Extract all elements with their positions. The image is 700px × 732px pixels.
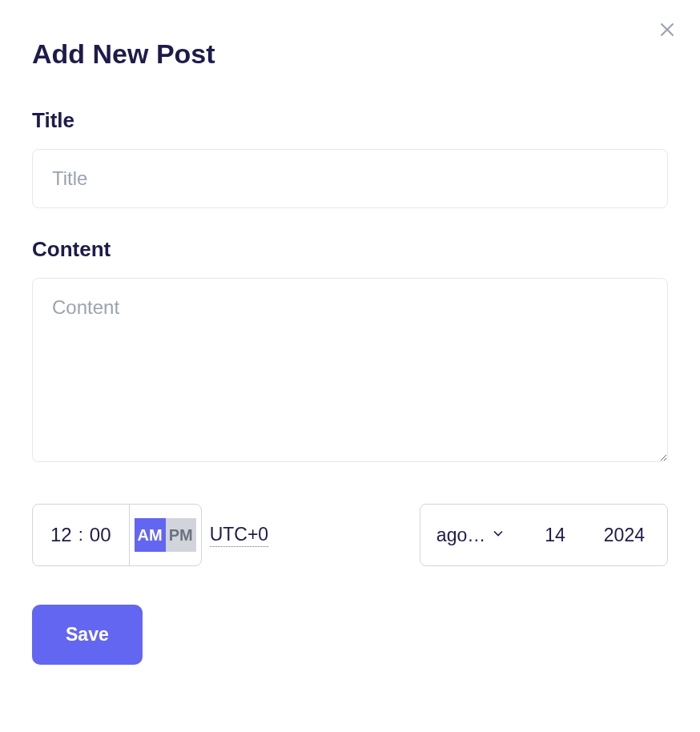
time-hour: 12 — [44, 524, 78, 546]
save-button[interactable]: Save — [32, 605, 143, 665]
ampm-toggle: AM PM — [130, 505, 201, 565]
timezone-label[interactable]: UTC+0 — [210, 524, 269, 547]
am-button[interactable]: AM — [135, 518, 166, 552]
day-input[interactable]: 14 — [545, 525, 565, 546]
modal-title: Add New Post — [32, 38, 668, 70]
title-field-group: Title — [32, 108, 668, 208]
pm-button[interactable]: PM — [166, 518, 196, 552]
time-ampm-box: 12 : 00 AM PM — [32, 504, 202, 566]
time-group: 12 : 00 AM PM UTC+0 — [32, 504, 268, 566]
title-label: Title — [32, 108, 668, 133]
month-select[interactable]: ago… — [436, 525, 506, 546]
time-box[interactable]: 12 : 00 — [33, 505, 130, 565]
content-field-group: Content — [32, 237, 668, 465]
close-icon — [657, 30, 678, 42]
content-label: Content — [32, 237, 668, 262]
month-text: ago… — [436, 525, 485, 546]
content-input[interactable] — [32, 278, 668, 462]
time-minute: 00 — [83, 524, 118, 546]
chevron-down-icon — [490, 525, 506, 545]
datetime-row: 12 : 00 AM PM UTC+0 ago… 14 2024 — [32, 504, 668, 566]
close-button[interactable] — [654, 16, 681, 46]
title-input[interactable] — [32, 149, 668, 208]
year-input[interactable]: 2024 — [604, 525, 645, 546]
date-group: ago… 14 2024 — [420, 504, 668, 566]
